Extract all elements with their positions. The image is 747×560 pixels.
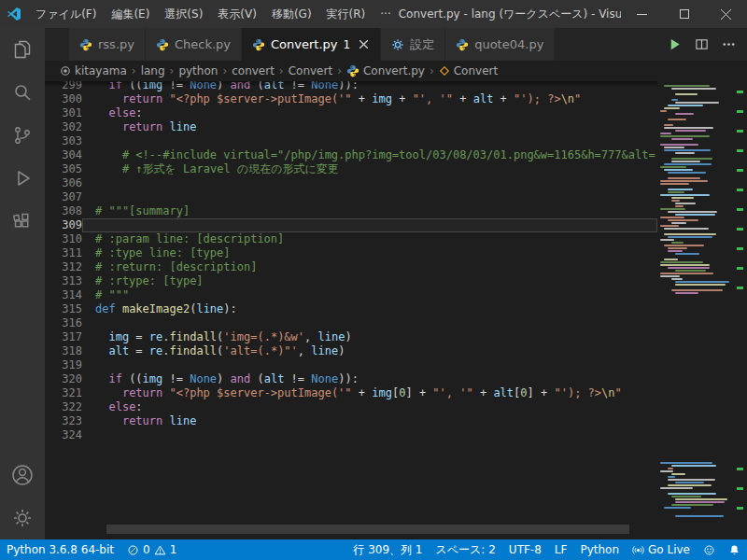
code-line[interactable]: 320 if ((img != None) and (alt != None))… <box>45 372 657 386</box>
minimap-line <box>671 88 716 90</box>
code-line[interactable]: 318 alt = re.findall('alt=(.*)"', line) <box>45 344 657 358</box>
cursor-position[interactable]: 行 309、列 1 <box>346 539 429 560</box>
python-interpreter[interactable]: Python 3.6.8 64-bit <box>0 539 120 560</box>
explorer-icon[interactable] <box>0 28 45 71</box>
breadcrumb-item[interactable]: Convert.py <box>346 64 425 77</box>
code-line[interactable]: 316 <box>45 316 657 330</box>
split-editor-button[interactable] <box>695 37 709 51</box>
minimap-line <box>675 205 684 207</box>
more-actions-button[interactable] <box>722 37 736 51</box>
workbench: rss.pyCheck.pyConvert.py1設定quote04.py ki… <box>0 28 747 539</box>
menu-item[interactable]: 表示(V) <box>210 0 264 28</box>
code-line[interactable]: 311# :type line: [type] <box>45 246 657 260</box>
code-line[interactable]: 300 return "<?php $server->putImage('" +… <box>45 92 657 106</box>
code-line[interactable]: 313# :rtype: [type] <box>45 274 657 288</box>
go-live-button[interactable]: Go Live <box>626 539 697 560</box>
breadcrumb-item[interactable]: lang <box>141 64 165 77</box>
close-button[interactable] <box>705 0 747 28</box>
close-icon[interactable] <box>358 38 370 50</box>
minimap-line <box>668 236 712 238</box>
horizontal-scrollbar[interactable] <box>106 525 629 534</box>
breadcrumb-item[interactable]: python <box>178 64 218 77</box>
run-python-file-button[interactable] <box>668 37 682 51</box>
code-line[interactable]: 302 return line <box>45 120 657 134</box>
line-number: 309 <box>50 218 82 232</box>
line-number: 316 <box>50 316 82 330</box>
code-line[interactable]: 305 # ↑形式を Laravel の現在の形式に変更 <box>45 162 657 176</box>
menu-item[interactable]: ファイル(F) <box>28 0 104 28</box>
run-debug-icon[interactable] <box>0 157 45 200</box>
encoding-selector[interactable]: UTF-8 <box>502 539 548 560</box>
indentation-setting[interactable]: スペース: 2 <box>430 539 502 560</box>
source-control-icon[interactable] <box>0 114 45 157</box>
tab-Check.py[interactable]: Check.py <box>146 28 242 61</box>
minimap-line <box>668 172 706 174</box>
minimap-line <box>668 476 675 478</box>
line-number: 310 <box>50 232 82 246</box>
activity-bar-bottom <box>0 454 45 539</box>
menu-item[interactable]: 選択(S) <box>157 0 210 28</box>
search-icon[interactable] <box>0 71 45 114</box>
code-line[interactable]: 322 else: <box>45 400 657 414</box>
code-line[interactable]: 303 <box>45 134 657 148</box>
code-line[interactable]: 309 <box>45 218 657 232</box>
code-line[interactable]: 306 <box>45 176 657 190</box>
breadcrumb: kitayama›lang›python›convert›Convert›Con… <box>45 61 747 81</box>
minimap-line <box>668 189 693 190</box>
settings-icon[interactable] <box>0 497 45 539</box>
tab-rss.py[interactable]: rss.py <box>69 28 146 61</box>
tab-quote04.py[interactable]: quote04.py <box>445 28 555 61</box>
overview-mark <box>737 110 743 113</box>
code-line[interactable]: 307 <box>45 190 657 204</box>
code-line[interactable]: 304 # <!--#include virtual="/php/img.php… <box>45 148 657 162</box>
breadcrumb-item[interactable]: convert <box>232 64 275 77</box>
menu-item[interactable]: 編集(E) <box>104 0 157 28</box>
code-line[interactable]: 301 else: <box>45 106 657 120</box>
breadcrumb-label: kitayama <box>75 64 127 77</box>
code-line[interactable]: 299 if ((img != None) and (alt != None))… <box>45 81 657 92</box>
breadcrumb-item[interactable]: Convert <box>289 64 332 77</box>
menu-item[interactable]: ··· <box>373 0 398 28</box>
minimize-button[interactable] <box>621 0 663 28</box>
activity-bar <box>0 28 45 539</box>
minimap-line <box>671 496 701 497</box>
breadcrumb-item[interactable]: Convert <box>439 64 498 77</box>
line-number: 321 <box>50 386 82 400</box>
minimap-line <box>660 239 674 241</box>
language-mode[interactable]: Python <box>573 539 626 560</box>
maximize-button[interactable] <box>663 0 705 28</box>
feedback-icon[interactable] <box>697 539 722 560</box>
code-line[interactable]: 323 return line <box>45 414 657 428</box>
tab-Convert.py[interactable]: Convert.py1 <box>242 28 381 61</box>
account-icon[interactable] <box>0 454 45 497</box>
extensions-icon[interactable] <box>0 200 45 243</box>
code-line[interactable]: 310# :param line: [description] <box>45 232 657 246</box>
code-line[interactable]: 315def makeImage2(line): <box>45 302 657 316</box>
minimap-line <box>664 507 691 509</box>
overview-mark <box>737 91 743 93</box>
code-line[interactable]: 312# :return: [description] <box>45 260 657 274</box>
problems-indicator[interactable]: 0 1 <box>120 539 183 560</box>
menu-item[interactable]: 移動(G) <box>264 0 319 28</box>
minimap-line <box>675 113 694 115</box>
menu-item[interactable]: 実行(R) <box>319 0 374 28</box>
tab-設定[interactable]: 設定 <box>381 28 445 61</box>
code-text: # ↑形式を Laravel の現在の形式に変更 <box>82 162 657 176</box>
minimap[interactable] <box>657 81 734 539</box>
eol-selector[interactable]: LF <box>548 539 574 560</box>
breadcrumb-label: Convert <box>454 64 498 77</box>
symbol-class-icon <box>439 65 450 77</box>
minimap-line <box>668 493 716 495</box>
breadcrumb-item[interactable]: kitayama <box>60 64 127 77</box>
notifications-bell-icon[interactable] <box>722 539 747 560</box>
code-line[interactable]: 317 img = re.findall('img=(.*)&w', line) <box>45 330 657 344</box>
code-line[interactable]: 308# """[summary] <box>45 204 657 218</box>
code-line[interactable]: 324 <box>45 428 657 442</box>
code-lines[interactable]: 299 if ((img != None) and (alt != None))… <box>45 81 657 539</box>
code-line[interactable]: 319 <box>45 358 657 372</box>
code-text <box>82 218 657 232</box>
minimap-line <box>668 177 700 179</box>
line-number: 317 <box>50 330 82 344</box>
code-line[interactable]: 314# """ <box>45 288 657 302</box>
code-line[interactable]: 321 return "<?php $server->putImage('" +… <box>45 386 657 400</box>
